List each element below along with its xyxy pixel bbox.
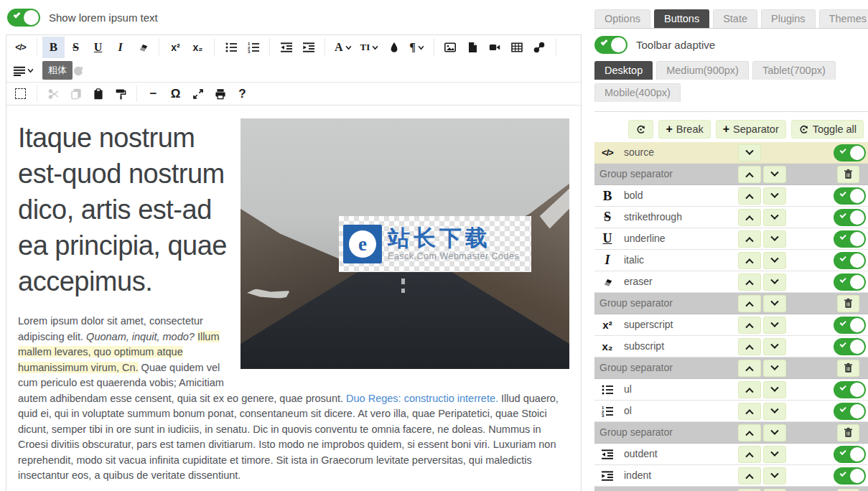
move-up-button[interactable]: [738, 166, 761, 183]
bold-button[interactable]: B: [42, 37, 65, 58]
move-up-button[interactable]: [738, 424, 761, 441]
special-char-button[interactable]: Ω: [164, 83, 187, 105]
toolbar-adaptive-toggle[interactable]: [594, 36, 627, 54]
add-separator-button[interactable]: +Separator: [716, 120, 786, 139]
move-up-button[interactable]: [738, 209, 761, 226]
move-up-button[interactable]: [738, 381, 761, 398]
move-up-button[interactable]: [738, 403, 761, 420]
move-down-button[interactable]: [763, 360, 786, 377]
enable-toggle[interactable]: [834, 338, 866, 355]
enable-toggle[interactable]: [834, 317, 866, 334]
move-up-button[interactable]: [738, 252, 761, 269]
delete-separator-button[interactable]: [837, 360, 859, 377]
align-button[interactable]: [9, 60, 38, 82]
move-up-button[interactable]: [738, 467, 761, 485]
tab-mobile[interactable]: Mobile(400px): [594, 83, 681, 102]
move-up-button[interactable]: [738, 338, 761, 355]
enable-toggle[interactable]: [834, 187, 866, 205]
view-html-button[interactable]: </>: [9, 37, 32, 58]
add-break-button[interactable]: +Break: [658, 120, 710, 139]
enable-toggle[interactable]: [834, 446, 866, 463]
move-down-button[interactable]: [763, 446, 786, 463]
insert-image-button[interactable]: [439, 37, 462, 58]
tab-desktop[interactable]: Desktop: [594, 61, 653, 80]
paragraph-format-button[interactable]: ¶: [405, 37, 429, 58]
fullscreen-button[interactable]: [187, 83, 209, 105]
copy-button[interactable]: [65, 83, 87, 105]
text-color-button[interactable]: [383, 37, 405, 58]
horizontal-rule-button[interactable]: −: [142, 83, 164, 105]
superscript-button[interactable]: x²: [164, 37, 187, 58]
move-down-button[interactable]: [763, 338, 786, 355]
move-up-button[interactable]: [738, 187, 761, 205]
move-down-button[interactable]: [763, 230, 786, 248]
help-button[interactable]: ?: [231, 83, 253, 105]
move-up-button[interactable]: [738, 317, 761, 334]
toggle-all-button[interactable]: Toggle all: [791, 120, 864, 139]
move-down-button[interactable]: [763, 209, 786, 226]
delete-separator-button[interactable]: [837, 166, 859, 183]
eraser-button[interactable]: [131, 37, 154, 58]
unordered-list-button[interactable]: [220, 37, 242, 58]
format-paint-button[interactable]: [109, 83, 131, 105]
move-down-button[interactable]: [763, 381, 786, 398]
tab-themes[interactable]: Themes: [819, 9, 868, 28]
move-down-button[interactable]: [763, 187, 786, 205]
insert-video-button[interactable]: [484, 37, 506, 58]
move-down-button[interactable]: [763, 467, 786, 485]
print-button[interactable]: [209, 83, 231, 105]
insert-link-button[interactable]: [528, 37, 551, 58]
inline-link[interactable]: Duo Reges: constructio interrete.: [346, 393, 498, 404]
move-down-button[interactable]: [763, 489, 786, 491]
enable-toggle[interactable]: [834, 252, 866, 269]
move-up-button[interactable]: [738, 295, 761, 312]
move-up-button[interactable]: [738, 273, 761, 291]
tab-medium[interactable]: Medium(900px): [656, 61, 749, 80]
show-lorem-toggle[interactable]: [7, 9, 40, 27]
cut-button[interactable]: [42, 83, 65, 105]
select-all-button[interactable]: [9, 83, 32, 105]
font-family-button[interactable]: A: [330, 37, 356, 58]
enable-toggle[interactable]: [834, 144, 866, 162]
move-down-button[interactable]: [763, 252, 786, 269]
editor-content[interactable]: e 站长下载 Easck.Com Webmaster Codes Itaque …: [6, 106, 581, 491]
delete-separator-button[interactable]: [837, 424, 859, 441]
move-down-button[interactable]: [763, 273, 786, 291]
move-up-button[interactable]: [738, 489, 761, 491]
delete-separator-button[interactable]: [837, 489, 859, 491]
move-down-button[interactable]: [763, 317, 786, 334]
tab-buttons[interactable]: Buttons: [654, 9, 709, 28]
enable-toggle[interactable]: [834, 209, 866, 226]
reset-button[interactable]: [628, 120, 653, 139]
tab-state[interactable]: State: [713, 9, 757, 28]
move-up-button[interactable]: [738, 360, 761, 377]
tab-plugins[interactable]: Plugins: [761, 9, 816, 28]
inserted-photo[interactable]: e 站长下载 Easck.Com Webmaster Codes: [241, 118, 569, 369]
move-down-button[interactable]: [763, 166, 786, 183]
italic-button[interactable]: I: [109, 37, 131, 58]
outdent-button[interactable]: [275, 37, 297, 58]
enable-toggle[interactable]: [834, 403, 866, 420]
enable-toggle[interactable]: [834, 381, 866, 398]
move-down-button[interactable]: [738, 144, 761, 162]
insert-table-button[interactable]: [506, 37, 528, 58]
delete-separator-button[interactable]: [837, 295, 859, 312]
move-up-button[interactable]: [738, 446, 761, 463]
move-down-button[interactable]: [763, 295, 786, 312]
enable-toggle[interactable]: [834, 230, 866, 248]
ordered-list-button[interactable]: 123: [242, 37, 264, 58]
tab-tablet[interactable]: Tablet(700px): [752, 61, 836, 80]
font-size-button[interactable]: TI: [356, 37, 383, 58]
enable-toggle[interactable]: [834, 467, 866, 485]
paste-button[interactable]: [87, 83, 109, 105]
underline-button[interactable]: U: [87, 37, 109, 58]
move-up-button[interactable]: [738, 230, 761, 248]
enable-toggle[interactable]: [834, 273, 866, 291]
move-down-button[interactable]: [763, 403, 786, 420]
strikethrough-button[interactable]: S: [65, 37, 87, 58]
tab-options[interactable]: Options: [594, 9, 650, 28]
subscript-button[interactable]: x₂: [187, 37, 209, 58]
indent-button[interactable]: [297, 37, 319, 58]
insert-file-button[interactable]: [462, 37, 484, 58]
move-down-button[interactable]: [763, 424, 786, 441]
